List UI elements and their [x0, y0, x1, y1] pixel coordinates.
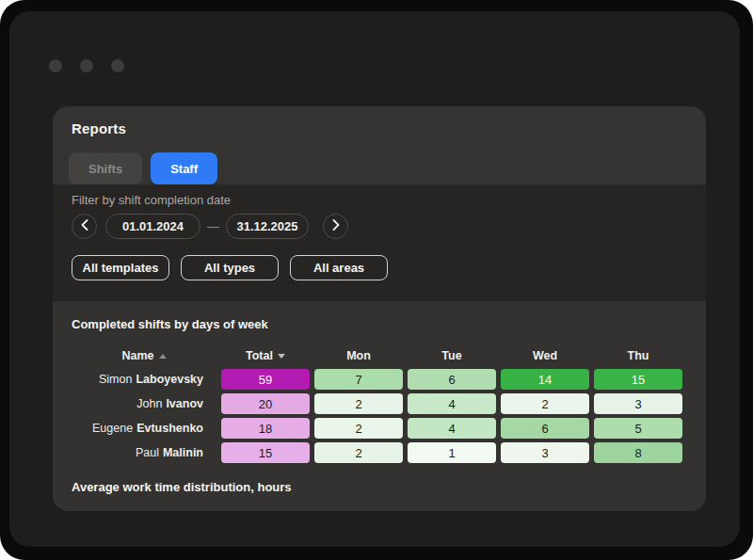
window-control-dot[interactable]	[49, 59, 62, 72]
all-areas-dropdown[interactable]: All areas	[290, 255, 388, 280]
heatmap-cell: 20	[221, 393, 310, 414]
date-from-field[interactable]: 01.01.2024	[105, 214, 200, 239]
heatmap-cell: 8	[594, 442, 682, 463]
chevron-left-icon	[81, 219, 88, 233]
heatmap-cell: 1	[408, 442, 496, 463]
employee-name: PaulMalinin	[72, 442, 216, 463]
column-header-thu[interactable]: Thu	[594, 346, 682, 365]
heatmap-cell: 2	[314, 393, 403, 414]
employee-name: JohnIvanov	[72, 393, 216, 414]
tab-shifts[interactable]: Shifts	[69, 152, 142, 184]
section-title: Completed shifts by days of week	[72, 317, 687, 331]
shifts-table: Name Total Mon Tue Wed Thu SimonLaboyevs…	[72, 346, 687, 463]
heatmap-cell: 2	[501, 393, 589, 414]
heatmap-cell: 2	[314, 442, 403, 463]
heatmap-cell: 2	[314, 418, 403, 439]
column-header-mon[interactable]: Mon	[314, 346, 403, 365]
heatmap-cell: 4	[408, 393, 496, 414]
date-range-picker: 01.01.2024 — 31.12.2025	[72, 214, 348, 239]
chevron-right-icon	[332, 219, 340, 233]
heatmap-cell: 5	[594, 418, 682, 439]
heatmap-cell: 6	[408, 369, 496, 390]
all-templates-dropdown[interactable]: All templates	[72, 255, 169, 280]
column-header-total[interactable]: Total	[221, 346, 310, 365]
reports-header: Reports Shifts Staff	[53, 106, 706, 184]
window-controls	[49, 59, 124, 72]
date-to-field[interactable]: 31.12.2025	[226, 214, 309, 239]
employee-name: EugeneEvtushenko	[72, 418, 216, 439]
tab-staff-label: Staff	[170, 162, 198, 176]
avg-worktime-section-title: Average work time distribution, hours	[72, 480, 687, 494]
filters-section: Filter by shift completion date 01.01.20…	[53, 184, 706, 301]
heatmap-cell: 3	[594, 393, 682, 414]
reports-panel: Reports Shifts Staff Filter by shift com…	[53, 106, 706, 511]
employee-name: SimonLaboyevsky	[72, 369, 216, 390]
heatmap-cell: 3	[501, 442, 589, 463]
filter-dropdowns: All templates All types All areas	[72, 255, 388, 280]
column-header-tue[interactable]: Tue	[408, 346, 496, 365]
report-tabs: Shifts Staff	[69, 152, 217, 184]
prev-period-button[interactable]	[72, 214, 97, 239]
all-types-dropdown[interactable]: All types	[181, 255, 279, 280]
heatmap-cell: 6	[501, 418, 589, 439]
next-period-button[interactable]	[323, 214, 348, 239]
heatmap-cell: 59	[221, 369, 310, 390]
tab-shifts-label: Shifts	[88, 162, 122, 176]
filter-label: Filter by shift completion date	[72, 193, 231, 207]
column-header-wed[interactable]: Wed	[501, 346, 589, 365]
heatmap-cell: 4	[408, 418, 496, 439]
window-control-dot[interactable]	[111, 59, 124, 72]
sort-desc-icon	[278, 354, 285, 359]
heatmap-cell: 15	[221, 442, 310, 463]
date-range-separator: —	[207, 219, 219, 233]
screenshot-canvas: Reports Shifts Staff Filter by shift com…	[0, 0, 753, 560]
heatmap-cell: 7	[314, 369, 403, 390]
column-header-name[interactable]: Name	[72, 346, 216, 365]
heatmap-cell: 15	[594, 369, 682, 390]
sort-asc-icon	[159, 354, 167, 359]
heatmap-cell: 18	[221, 418, 310, 439]
tab-staff[interactable]: Staff	[151, 152, 217, 184]
window-control-dot[interactable]	[80, 59, 93, 72]
page-title: Reports	[72, 120, 126, 136]
heatmap-cell: 14	[501, 369, 589, 390]
completed-shifts-section: Completed shifts by days of week Name To…	[53, 301, 706, 511]
